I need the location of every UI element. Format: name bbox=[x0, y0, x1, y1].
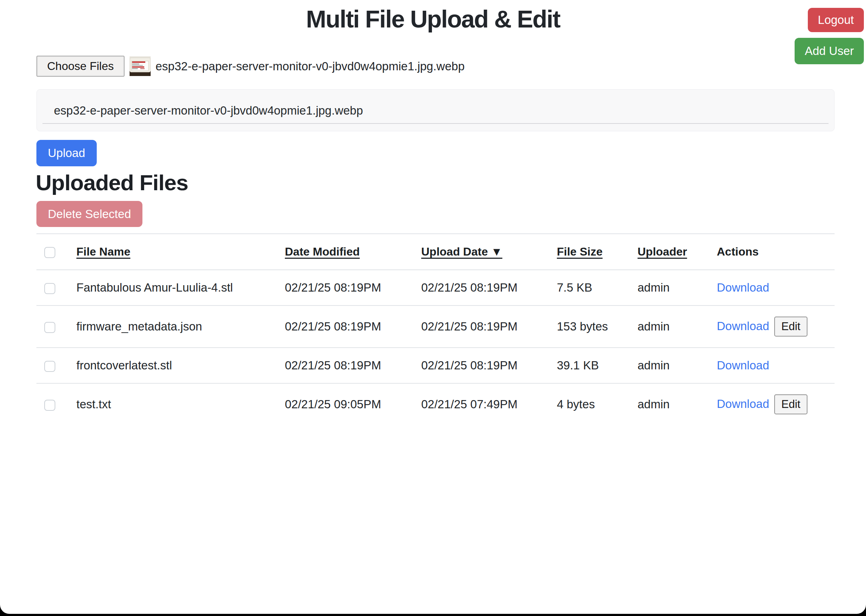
column-header-file-name[interactable]: File Name bbox=[76, 234, 285, 270]
uploader-cell: admin bbox=[638, 270, 717, 305]
upload-button[interactable]: Upload bbox=[36, 140, 97, 166]
upload-date-cell: 02/21/25 08:19PM bbox=[421, 305, 557, 347]
selected-file-thumbnail-image bbox=[130, 57, 151, 76]
column-header-date-modified[interactable]: Date Modified bbox=[285, 234, 421, 270]
table-row: firmware_metadata.json 02/21/25 08:19PM … bbox=[36, 305, 835, 347]
upload-queue-panel: esp32-e-paper-server-monitor-v0-jbvd0w4o… bbox=[36, 89, 835, 131]
edit-button[interactable]: Edit bbox=[774, 394, 808, 414]
file-size-cell: 7.5 KB bbox=[557, 270, 638, 305]
select-all-checkbox[interactable] bbox=[44, 247, 55, 258]
choose-files-button[interactable]: Choose Files bbox=[36, 56, 124, 77]
row-select-cell bbox=[36, 347, 76, 383]
actions-cell: DownloadEdit bbox=[717, 383, 835, 425]
table-row: frontcoverlatest.stl 02/21/25 08:19PM 02… bbox=[36, 347, 835, 383]
row-select-cell bbox=[36, 270, 76, 305]
file-name-cell: firmware_metadata.json bbox=[76, 305, 285, 347]
queued-file-name: esp32-e-paper-server-monitor-v0-jbvd0w4o… bbox=[42, 94, 828, 124]
edit-button[interactable]: Edit bbox=[774, 317, 808, 336]
row-checkbox[interactable] bbox=[44, 283, 55, 294]
actions-cell: DownloadEdit bbox=[717, 305, 835, 347]
page-title: Multi File Upload & Edit bbox=[0, 0, 866, 33]
date-modified-cell: 02/21/25 08:19PM bbox=[285, 347, 421, 383]
upload-date-cell: 02/21/25 07:49PM bbox=[421, 383, 557, 425]
files-table: File Name Date Modified Upload Date ▼ Fi… bbox=[36, 233, 835, 425]
table-row: test.txt 02/21/25 09:05PM 02/21/25 07:49… bbox=[36, 383, 835, 425]
file-size-cell: 4 bytes bbox=[557, 383, 638, 425]
row-checkbox[interactable] bbox=[44, 400, 55, 411]
download-link[interactable]: Download bbox=[717, 359, 769, 372]
column-header-uploader[interactable]: Uploader bbox=[638, 234, 717, 270]
column-header-file-size[interactable]: File Size bbox=[557, 234, 638, 270]
uploader-cell: admin bbox=[638, 305, 717, 347]
download-link[interactable]: Download bbox=[717, 281, 769, 294]
file-name-cell: frontcoverlatest.stl bbox=[76, 347, 285, 383]
download-link[interactable]: Download bbox=[717, 397, 769, 410]
table-header-row: File Name Date Modified Upload Date ▼ Fi… bbox=[36, 234, 835, 270]
file-input-row: Choose Files esp32-e-paper-server-monito… bbox=[36, 56, 835, 77]
add-user-button[interactable]: Add User bbox=[795, 38, 864, 64]
upload-date-cell: 02/21/25 08:19PM bbox=[421, 347, 557, 383]
date-modified-cell: 02/21/25 09:05PM bbox=[285, 383, 421, 425]
app-window: Logout Add User Multi File Upload & Edit… bbox=[0, 0, 866, 614]
files-table-body: Fantabulous Amur-Luulia-4.stl 02/21/25 0… bbox=[36, 270, 835, 425]
download-link[interactable]: Download bbox=[717, 319, 769, 333]
row-checkbox[interactable] bbox=[44, 322, 55, 333]
selected-file-name: esp32-e-paper-server-monitor-v0-jbvd0w4o… bbox=[156, 60, 465, 73]
file-size-cell: 153 bytes bbox=[557, 305, 638, 347]
file-name-cell: test.txt bbox=[76, 383, 285, 425]
table-row: Fantabulous Amur-Luulia-4.stl 02/21/25 0… bbox=[36, 270, 835, 305]
uploader-cell: admin bbox=[638, 347, 717, 383]
file-name-cell: Fantabulous Amur-Luulia-4.stl bbox=[76, 270, 285, 305]
select-all-cell bbox=[36, 234, 76, 270]
row-select-cell bbox=[36, 305, 76, 347]
file-size-cell: 39.1 KB bbox=[557, 347, 638, 383]
actions-cell: Download bbox=[717, 270, 835, 305]
uploaded-files-heading: Uploaded Files bbox=[36, 170, 866, 195]
logout-button[interactable]: Logout bbox=[808, 8, 864, 32]
actions-cell: Download bbox=[717, 347, 835, 383]
row-select-cell bbox=[36, 383, 76, 425]
column-header-upload-date[interactable]: Upload Date ▼ bbox=[421, 234, 557, 270]
upload-date-cell: 02/21/25 08:19PM bbox=[421, 270, 557, 305]
uploader-cell: admin bbox=[638, 383, 717, 425]
date-modified-cell: 02/21/25 08:19PM bbox=[285, 270, 421, 305]
date-modified-cell: 02/21/25 08:19PM bbox=[285, 305, 421, 347]
row-checkbox[interactable] bbox=[44, 361, 55, 372]
column-header-actions: Actions bbox=[717, 234, 835, 270]
delete-selected-button[interactable]: Delete Selected bbox=[36, 201, 142, 227]
